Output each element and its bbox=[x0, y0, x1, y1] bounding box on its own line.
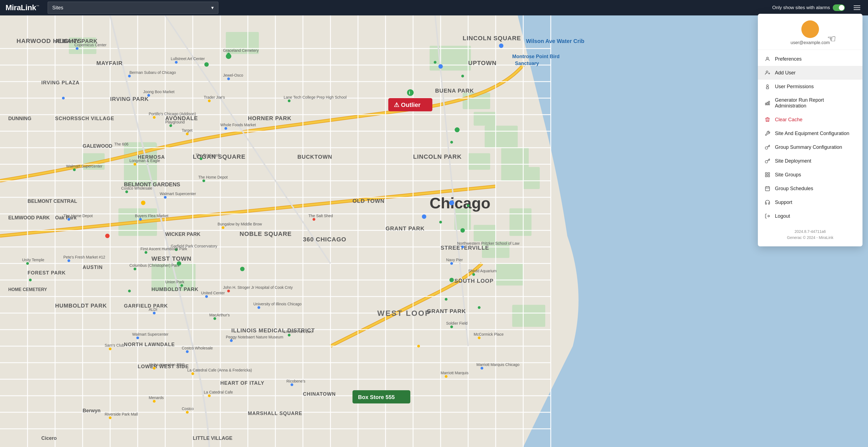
svg-text:LINCOLN SQUARE: LINCOLN SQUARE bbox=[463, 35, 521, 41]
svg-point-162 bbox=[136, 336, 139, 339]
menu-item-support[interactable]: Support bbox=[758, 196, 863, 209]
svg-point-128 bbox=[224, 127, 227, 130]
menu-item-user-permissions[interactable]: User Permissions bbox=[758, 80, 863, 93]
svg-point-140 bbox=[222, 226, 224, 229]
svg-text:Berwyn: Berwyn bbox=[83, 408, 100, 413]
svg-text:Graceland Cemetery: Graceland Cemetery bbox=[223, 48, 258, 53]
svg-rect-260 bbox=[766, 173, 767, 174]
calendar-grid-icon bbox=[765, 172, 771, 178]
svg-point-130 bbox=[73, 168, 76, 171]
svg-text:United Center: United Center bbox=[201, 291, 225, 295]
svg-point-237 bbox=[499, 43, 503, 48]
menu-item-group-summary[interactable]: Group Summary Configuration bbox=[758, 140, 863, 154]
svg-text:Trader Joe's: Trader Joe's bbox=[204, 95, 225, 99]
svg-point-238 bbox=[455, 127, 460, 132]
logout-icon bbox=[765, 213, 771, 219]
menu-item-add-user[interactable]: Add User bbox=[758, 66, 863, 80]
menu-item-site-groups[interactable]: Site Groups bbox=[758, 168, 863, 182]
svg-text:UPTOWN: UPTOWN bbox=[468, 60, 497, 66]
svg-point-145 bbox=[450, 262, 453, 265]
menu-item-clear-cache[interactable]: Clear Cache bbox=[758, 113, 863, 126]
svg-rect-262 bbox=[766, 175, 767, 177]
svg-text:WEST LOOP: WEST LOOP bbox=[377, 309, 431, 318]
svg-point-126 bbox=[169, 124, 172, 127]
svg-point-142 bbox=[145, 251, 147, 254]
svg-rect-3 bbox=[430, 46, 471, 70]
site-deployment-label: Site Deployment bbox=[775, 158, 811, 164]
svg-rect-8 bbox=[468, 153, 490, 170]
svg-text:OLD TOWN: OLD TOWN bbox=[352, 198, 385, 204]
svg-text:La Catedral Cafe: La Catedral Cafe bbox=[204, 390, 233, 394]
header: MiraLink™ Sites ▾ Only show sites with a… bbox=[0, 0, 868, 16]
svg-point-124 bbox=[288, 99, 290, 102]
menu-item-site-equipment[interactable]: Site And Equipment Configuration bbox=[758, 126, 863, 140]
svg-text:⚠ Outlier: ⚠ Outlier bbox=[394, 101, 421, 108]
svg-text:DUNNING: DUNNING bbox=[8, 116, 31, 121]
svg-point-247 bbox=[407, 89, 414, 96]
svg-point-136 bbox=[139, 218, 142, 221]
menu-item-site-deployment[interactable]: Site Deployment bbox=[758, 154, 863, 168]
svg-text:Costco Wholesale: Costco Wholesale bbox=[182, 346, 213, 350]
trash-icon bbox=[765, 117, 771, 123]
svg-rect-9 bbox=[523, 167, 540, 189]
menu-item-generator-report[interactable]: Generator Run Report Administration bbox=[758, 93, 863, 113]
menu-item-group-schedules[interactable]: Group Schedules bbox=[758, 182, 863, 196]
logout-label: Logout bbox=[775, 213, 790, 219]
svg-text:Box Store 555: Box Store 555 bbox=[358, 394, 395, 400]
svg-rect-18 bbox=[474, 225, 496, 241]
svg-text:NORTH LAWNDALE: NORTH LAWNDALE bbox=[124, 342, 175, 347]
svg-point-131 bbox=[133, 163, 136, 166]
svg-point-144 bbox=[461, 245, 464, 248]
svg-point-169 bbox=[290, 383, 293, 386]
svg-text:Wilson Ave Water Crib: Wilson Ave Water Crib bbox=[526, 38, 584, 44]
svg-point-172 bbox=[186, 411, 189, 414]
svg-text:ELMWOOD PARK: ELMWOOD PARK bbox=[8, 215, 50, 220]
svg-text:Navy Pier: Navy Pier bbox=[446, 258, 463, 262]
svg-point-151 bbox=[445, 298, 447, 301]
svg-text:GRANT PARK: GRANT PARK bbox=[427, 308, 466, 314]
svg-text:Ricobene's: Ricobene's bbox=[286, 379, 305, 383]
svg-text:MAYFAIR: MAYFAIR bbox=[96, 60, 123, 66]
svg-point-236 bbox=[438, 64, 443, 69]
svg-point-138 bbox=[467, 204, 469, 207]
svg-text:BELMONT CENTRAL: BELMONT CENTRAL bbox=[28, 199, 77, 204]
sites-dropdown[interactable]: Sites ▾ bbox=[48, 2, 218, 14]
svg-point-173 bbox=[109, 416, 112, 419]
svg-point-114 bbox=[76, 47, 79, 50]
svg-point-118 bbox=[461, 75, 464, 78]
svg-text:GARFIELD PARK: GARFIELD PARK bbox=[124, 303, 168, 309]
svg-point-174 bbox=[480, 367, 483, 369]
menu-footer: 2024.8.7-44711a6 Generac © 2024 - MiraLi… bbox=[758, 225, 863, 242]
svg-point-133 bbox=[125, 190, 128, 193]
svg-point-117 bbox=[434, 61, 436, 64]
svg-text:MacArthur's: MacArthur's bbox=[209, 313, 230, 317]
svg-point-246 bbox=[450, 278, 454, 282]
svg-rect-257 bbox=[769, 101, 769, 105]
svg-point-141 bbox=[313, 218, 315, 221]
svg-point-165 bbox=[230, 339, 233, 342]
svg-point-122 bbox=[62, 97, 65, 99]
svg-text:Columbus (Christopher) Park: Columbus (Christopher) Park bbox=[129, 263, 180, 268]
svg-text:FOREST PARK: FOREST PARK bbox=[28, 270, 66, 276]
svg-rect-256 bbox=[767, 102, 768, 105]
user-section: user@example.com bbox=[758, 14, 863, 50]
svg-text:Chicago: Chicago bbox=[430, 194, 491, 212]
alarm-toggle-switch[interactable] bbox=[833, 4, 845, 11]
svg-point-239 bbox=[141, 201, 146, 205]
svg-text:MARSHALL SQUARE: MARSHALL SQUARE bbox=[248, 411, 302, 416]
menu-button[interactable] bbox=[851, 3, 863, 12]
svg-point-134 bbox=[203, 179, 205, 182]
user-avatar bbox=[801, 20, 819, 38]
svg-text:NOBLE SQUARE: NOBLE SQUARE bbox=[240, 230, 291, 237]
calendar-icon bbox=[765, 185, 771, 191]
svg-text:HOME CEMETERY: HOME CEMETERY bbox=[8, 287, 47, 292]
svg-text:Lane Tech College Prep High Sc: Lane Tech College Prep High School bbox=[284, 95, 347, 99]
menu-item-logout[interactable]: Logout bbox=[758, 209, 863, 223]
svg-point-163 bbox=[109, 348, 112, 350]
menu-item-preferences[interactable]: Preferences bbox=[758, 52, 863, 66]
person-add-icon bbox=[765, 70, 771, 76]
map-container[interactable]: HARWOOD HEIGHTS ALBANY PARK LINCOLN SQUA… bbox=[0, 16, 868, 447]
svg-rect-261 bbox=[768, 173, 770, 174]
svg-text:Lullstreet Art Center: Lullstreet Art Center bbox=[171, 57, 205, 61]
svg-point-154 bbox=[180, 284, 183, 287]
